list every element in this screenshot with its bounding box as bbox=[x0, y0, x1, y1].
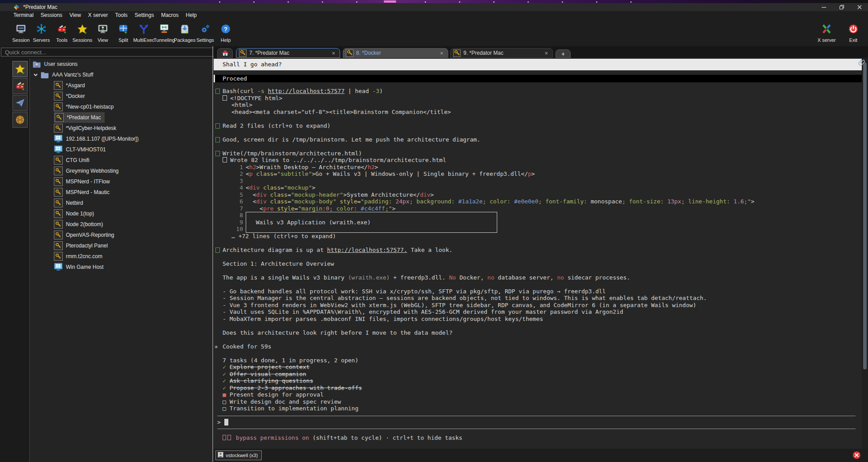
toolbar-button-packages[interactable]: Packages bbox=[174, 20, 195, 45]
menu-x-server[interactable]: X server bbox=[88, 12, 108, 18]
toolbar-button-servers[interactable]: Servers bbox=[31, 20, 52, 45]
terminal-text: The app is a single Wails v3 binary bbox=[223, 274, 348, 281]
quick-connect-input[interactable] bbox=[1, 48, 217, 57]
menu-macros[interactable]: Macros bbox=[161, 12, 178, 18]
terminal-text: - Go backend handles all protocol work: … bbox=[223, 288, 606, 295]
paperclip-icon[interactable] bbox=[858, 59, 866, 67]
tab-close-icon[interactable]: × bbox=[544, 50, 548, 57]
code-line-number: 10 bbox=[223, 226, 243, 233]
session-entry[interactable]: Win Game Host bbox=[54, 263, 104, 272]
session-entry[interactable]: Netbird bbox=[54, 199, 83, 207]
panel-splitter[interactable] bbox=[212, 46, 213, 462]
new-tab-button[interactable]: + bbox=[556, 49, 571, 58]
restore-button[interactable] bbox=[839, 4, 845, 10]
menu-help[interactable]: Help bbox=[186, 12, 197, 18]
terminal-tab-7-predator-mac[interactable]: 7. *Predator Mac× bbox=[236, 48, 340, 58]
session-item--new-cp01-heistacp[interactable]: *New-cp01-heistacp bbox=[30, 101, 212, 112]
session-item-mspnerd-itflow[interactable]: MSPNerd - ITFlow bbox=[30, 176, 212, 187]
session-entry[interactable]: *New-cp01-heistacp bbox=[54, 102, 114, 111]
session-item--vigilcyber-helpdesk[interactable]: *VigilCyber-Helpdesk bbox=[30, 123, 212, 134]
rail-favorites-star[interactable] bbox=[12, 61, 28, 77]
session-entry[interactable]: Node 1(top) bbox=[54, 209, 94, 218]
session-item-node-1-top-[interactable]: Node 1(top) bbox=[30, 208, 212, 219]
tree-root-user-sessions[interactable]: User sessions bbox=[30, 59, 212, 69]
proceed-option-selected[interactable]: Proceed bbox=[214, 75, 862, 82]
terminal-scrollbar[interactable] bbox=[862, 58, 868, 449]
toolbar-button-tunneling[interactable]: Tunneling bbox=[154, 20, 174, 45]
session-entry[interactable]: MSPNerd - Mautic bbox=[54, 188, 110, 197]
code-line-number: 3 bbox=[223, 178, 243, 185]
tab-key-icon bbox=[453, 49, 461, 57]
tab-close-icon[interactable]: × bbox=[332, 50, 335, 57]
toolbar-label: Exit bbox=[849, 37, 857, 43]
session-entry[interactable]: CTG Unifi bbox=[54, 156, 89, 165]
toolbar-button-x-server[interactable]: X server bbox=[816, 20, 837, 45]
session-item-mspnerd-mautic[interactable]: MSPNerd - Mautic bbox=[30, 187, 212, 198]
toolbar-button-session[interactable]: Session bbox=[11, 20, 31, 45]
rail-macros-plane[interactable] bbox=[12, 95, 28, 111]
session-item-win-game-host[interactable]: Win Game Host bbox=[30, 262, 212, 272]
session-entry[interactable]: Node 2(bottom) bbox=[54, 220, 103, 229]
session-item--asgard[interactable]: *Asgard bbox=[30, 80, 212, 91]
session-item-pterodactyl-panel[interactable]: Pterodactyl Panel bbox=[30, 240, 212, 251]
toolbar-button-tools[interactable]: Tools bbox=[52, 20, 72, 45]
session-entry[interactable]: OpenVAS-Reporting bbox=[54, 231, 114, 239]
minimize-button[interactable] bbox=[821, 4, 827, 10]
session-entry[interactable]: CLT-VMHOST01 bbox=[54, 145, 106, 154]
tree-expand-chevron[interactable] bbox=[33, 72, 39, 77]
session-item-ctg-unifi[interactable]: CTG Unifi bbox=[30, 155, 212, 166]
menu-terminal[interactable]: Terminal bbox=[13, 12, 33, 18]
terminal-tab-8-docker[interactable]: 8. *Docker× bbox=[343, 48, 448, 58]
toolbar-button-multiexec[interactable]: MultiExec bbox=[134, 20, 154, 45]
home-tab[interactable] bbox=[217, 48, 233, 58]
close-button[interactable] bbox=[856, 4, 863, 10]
menu-sessions[interactable]: Sessions bbox=[41, 12, 62, 18]
session-entry[interactable]: *Docker bbox=[54, 92, 85, 101]
session-item-openvas-reporting[interactable]: OpenVAS-Reporting bbox=[30, 230, 212, 240]
terminal-view[interactable]: Shall I go ahead?ProceedBash(curl -s htt… bbox=[214, 58, 862, 449]
terminal-text: div bbox=[256, 198, 266, 205]
session-item-node-2-bottom-[interactable]: Node 2(bottom) bbox=[30, 219, 212, 230]
session-item-rmm-t2cnc-com[interactable]: rmm.t2cnc.com bbox=[30, 251, 212, 262]
toolbar-button-settings[interactable]: Settings bbox=[195, 20, 215, 45]
session-entry[interactable]: *VigilCyber-Helpdesk bbox=[54, 124, 116, 133]
toolbar-button-view[interactable]: View bbox=[93, 20, 113, 45]
ascii-diagram-box: Wails v3 Application (wraith.exe) bbox=[246, 219, 497, 226]
code-line-number: 6 bbox=[223, 198, 243, 205]
rail-tools-knife[interactable] bbox=[12, 78, 28, 94]
session-item-netbird[interactable]: Netbird bbox=[30, 198, 212, 208]
toolbar-button-split[interactable]: Split bbox=[113, 20, 134, 45]
terminal-text: < bbox=[246, 184, 249, 191]
terminal-tab-9-predator-mac[interactable]: 9. *Predator Mac× bbox=[450, 48, 553, 58]
session-label: *Asgard bbox=[66, 82, 85, 89]
session-item-greyming-webhosting[interactable]: Greyming Webhosting bbox=[30, 166, 212, 176]
session-entry[interactable]: rmm.t2cnc.com bbox=[54, 252, 102, 261]
ascii-diagram-box bbox=[246, 212, 497, 219]
session-item--predator-mac[interactable]: *Predator Mac bbox=[30, 112, 212, 123]
rail-remote-globe[interactable] bbox=[12, 112, 28, 128]
menu-view[interactable]: View bbox=[69, 12, 81, 18]
session-item--docker[interactable]: *Docker bbox=[30, 91, 212, 101]
toolbar-button-help[interactable]: ?Help bbox=[215, 20, 236, 45]
menu-settings[interactable]: Settings bbox=[135, 12, 154, 18]
user-session-button[interactable]: vstockwell (x3) bbox=[215, 450, 262, 460]
session-item-192-168-1-107-ups-monitor-[interactable]: 192.168.1.107 ([UPS-Monitor]) bbox=[30, 134, 212, 144]
session-entry[interactable]: Pterodactyl Panel bbox=[54, 241, 108, 250]
session-entry[interactable]: Greyming Webhosting bbox=[54, 166, 119, 175]
tree-folder-aaa-vantzs-stuff[interactable]: AAA Vantz's Stuff bbox=[30, 69, 212, 80]
scrollbar-thumb[interactable] bbox=[863, 62, 867, 369]
session-entry[interactable]: MSPNerd - ITFlow bbox=[54, 177, 110, 186]
toolbar-button-sessions[interactable]: Sessions bbox=[72, 20, 93, 45]
terminal-text: Transition to implementation planning bbox=[230, 405, 359, 412]
terminal-prompt[interactable]: > bbox=[214, 416, 862, 429]
toolbar-button-exit[interactable]: Exit bbox=[843, 20, 864, 45]
tab-close-icon[interactable]: × bbox=[440, 50, 443, 57]
toolbar-label: MultiExec bbox=[133, 37, 154, 43]
session-entry[interactable]: *Asgard bbox=[54, 81, 85, 90]
session-item-clt-vmhost01[interactable]: CLT-VMHOST01 bbox=[30, 144, 212, 155]
session-entry[interactable]: 192.168.1.107 ([UPS-Monitor]) bbox=[54, 134, 138, 143]
menu-tools[interactable]: Tools bbox=[115, 12, 128, 18]
close-notification-button[interactable] bbox=[852, 451, 861, 459]
sidebar: User sessionsAAA Vantz's Stuff*Asgard*Do… bbox=[0, 46, 212, 462]
selected-session[interactable]: *Predator Mac bbox=[54, 112, 105, 123]
